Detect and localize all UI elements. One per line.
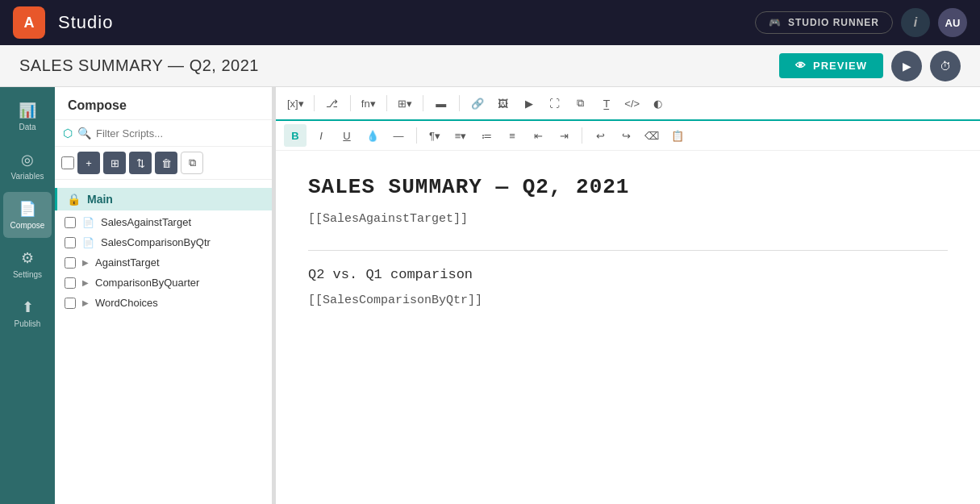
sidebar-item-data[interactable]: 📊 Data xyxy=(3,94,52,140)
ink-color-button[interactable]: 💧 xyxy=(361,124,384,147)
sidebar-item-settings[interactable]: ⚙ Settings xyxy=(3,241,52,287)
sidebar-item-compose[interactable]: 📄 Compose xyxy=(3,192,52,238)
filter-icon: ⬡ xyxy=(63,127,73,140)
top-bar-actions: 🎮 STUDIO RUNNER i AU xyxy=(755,8,967,37)
indent-increase-icon: ⇥ xyxy=(560,130,569,142)
group-checkbox-3[interactable] xyxy=(65,298,76,309)
editor-toolbar-row2: B I U 💧 — ¶▾ ≡▾ ≔ xyxy=(276,121,980,151)
script-checkbox-2[interactable] xyxy=(65,237,76,248)
sidebar-item-publish-label: Publish xyxy=(15,319,41,328)
external-link-icon: ⧉ xyxy=(577,97,584,110)
studio-runner-button[interactable]: 🎮 STUDIO RUNNER xyxy=(755,11,893,34)
content-divider xyxy=(308,250,948,251)
script-name-1: SalesAgainstTarget xyxy=(101,216,191,228)
avatar-button[interactable]: AU xyxy=(938,8,967,37)
lock-icon: 🔒 xyxy=(67,193,81,206)
redo-button[interactable]: ↪ xyxy=(615,124,637,147)
script-item-sales-against-target[interactable]: 📄 SalesAgainstTarget xyxy=(55,212,272,232)
editor-area: [x]▾ ⎇ fn▾ ⊞▾ ▬ 🔗 🖼 xyxy=(276,87,980,504)
expand-icon: ⛶ xyxy=(549,98,560,110)
info-button[interactable]: i xyxy=(901,8,930,37)
panel-header: Compose xyxy=(55,87,272,120)
undo-button[interactable]: ↩ xyxy=(589,124,611,147)
bold-icon: B xyxy=(291,130,298,142)
sidebar-item-publish[interactable]: ⬆ Publish xyxy=(3,290,52,336)
editor-content[interactable]: SALES SUMMARY — Q2, 2021 [[SalesAgainstT… xyxy=(276,151,980,504)
preview-button[interactable]: 👁 PREVIEW xyxy=(779,53,883,78)
sidebar-nav: 📊 Data ◎ Variables 📄 Compose ⚙ Settings … xyxy=(0,87,55,504)
file-icon-1: 📄 xyxy=(82,217,94,228)
group-item-comparison-by-quarter[interactable]: ▶ ComparisonByQuarter xyxy=(55,273,272,293)
main-script-item[interactable]: 🔒 Main xyxy=(55,188,272,210)
variable-dropdown-button[interactable]: [x]▾ xyxy=(284,92,307,115)
group-item-against-target[interactable]: ▶ AgainstTarget xyxy=(55,252,272,273)
script-checkbox-1[interactable] xyxy=(65,217,76,228)
page-title: SALES SUMMARY — Q2, 2021 xyxy=(19,56,779,75)
copy-icon: ⧉ xyxy=(189,156,196,169)
group-checkbox-1[interactable] xyxy=(65,257,76,269)
sort-button[interactable]: ⇅ xyxy=(129,152,152,174)
group-checkbox-2[interactable] xyxy=(65,277,76,289)
indent-decrease-icon: ⇤ xyxy=(534,130,543,142)
component-dropdown-button[interactable]: ⊞▾ xyxy=(394,92,416,115)
unordered-list-button[interactable]: ≡ xyxy=(501,124,523,147)
erase-button[interactable]: ⌫ xyxy=(640,124,663,147)
sidebar-item-variables[interactable]: ◎ Variables xyxy=(3,143,52,189)
script-item-sales-comparison-by-qtr[interactable]: 📄 SalesComparisonByQtr xyxy=(55,232,272,252)
paragraph-icon: ¶▾ xyxy=(429,130,440,142)
select-all-checkbox[interactable] xyxy=(61,156,74,169)
content-tag1: [[SalesAgainstTarget]] xyxy=(308,212,948,226)
separator-element-icon: ▬ xyxy=(436,98,446,110)
indent-decrease-button[interactable]: ⇤ xyxy=(527,124,549,147)
separator-2 xyxy=(350,95,351,111)
align-dropdown[interactable]: ≡▾ xyxy=(449,124,472,147)
copy-button[interactable]: ⧉ xyxy=(181,152,203,174)
add-script-button[interactable]: + xyxy=(77,152,100,174)
variables-icon: ◎ xyxy=(21,151,34,169)
image-button[interactable]: 🖼 xyxy=(492,92,515,115)
ordered-list-button[interactable]: ≔ xyxy=(475,124,498,147)
script-name-2: SalesComparisonByQtr xyxy=(101,236,211,248)
paragraph-style-dropdown[interactable]: ¶▾ xyxy=(423,124,446,147)
compose-icon: 📄 xyxy=(19,200,36,218)
add-group-icon: ⊞ xyxy=(111,157,119,169)
play-button[interactable]: ▶ xyxy=(891,51,922,81)
text-block-button[interactable]: T̲ xyxy=(595,92,618,115)
content-tag2: [[SalesComparisonByQtr]] xyxy=(308,294,948,307)
function-dropdown-button[interactable]: fn▾ xyxy=(357,92,380,115)
ordered-list-icon: ≔ xyxy=(482,130,492,142)
horizontal-rule-button[interactable]: — xyxy=(387,124,410,147)
group-name-1: AgainstTarget xyxy=(95,256,160,269)
add-group-button[interactable]: ⊞ xyxy=(103,152,126,174)
gauge-button[interactable]: ⏱ xyxy=(930,51,961,81)
link-button[interactable]: 🔗 xyxy=(466,92,489,115)
external-link-button[interactable]: ⧉ xyxy=(569,92,592,115)
separator-7 xyxy=(582,127,582,144)
separator-1 xyxy=(314,95,315,111)
code-icon: </> xyxy=(624,98,640,110)
separator-element-button[interactable]: ▬ xyxy=(430,92,452,115)
filter-scripts-input[interactable] xyxy=(96,127,264,140)
italic-button[interactable]: I xyxy=(310,124,332,147)
panel-search: ⬡ 🔍 xyxy=(55,120,272,147)
delete-button[interactable]: 🗑 xyxy=(155,152,177,174)
theme-icon: ◐ xyxy=(653,98,662,110)
code-button[interactable]: </> xyxy=(621,92,644,115)
logo: A xyxy=(13,6,45,39)
bold-button[interactable]: B xyxy=(284,124,307,147)
expand-button[interactable]: ⛶ xyxy=(544,92,566,115)
video-button[interactable]: ▶ xyxy=(518,92,540,115)
separator-5 xyxy=(459,95,460,111)
underline-button[interactable]: U xyxy=(336,124,358,147)
publish-icon: ⬆ xyxy=(22,298,34,316)
paste-button[interactable]: 📋 xyxy=(666,124,689,147)
italic-icon: I xyxy=(319,130,323,142)
theme-button[interactable]: ◐ xyxy=(647,92,669,115)
align-icon: ≡▾ xyxy=(455,130,467,142)
group-item-word-choices[interactable]: ▶ WordChoices xyxy=(55,293,272,313)
branch-button[interactable]: ⎇ xyxy=(321,92,344,115)
indent-increase-button[interactable]: ⇥ xyxy=(553,124,575,147)
function-icon: fn▾ xyxy=(361,98,376,110)
group-arrow-2: ▶ xyxy=(82,278,89,287)
undo-icon: ↩ xyxy=(596,130,605,142)
